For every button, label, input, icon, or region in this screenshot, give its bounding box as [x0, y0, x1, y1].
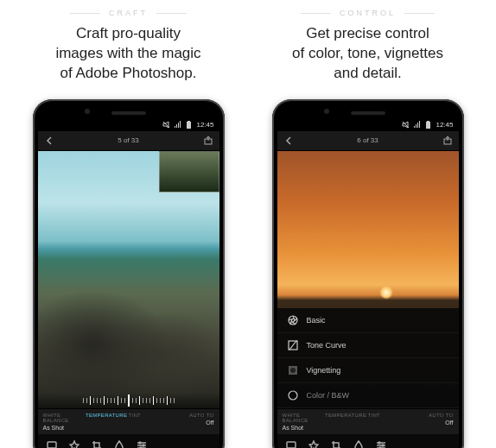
- menu-basic[interactable]: Basic: [277, 308, 459, 333]
- adjustment-slider[interactable]: [38, 393, 219, 408]
- svg-point-17: [382, 445, 384, 446]
- svg-rect-0: [187, 122, 191, 129]
- auto-tone-cell[interactable]: AUTO TO Off: [171, 413, 214, 431]
- vignette-icon: [288, 365, 298, 375]
- back-icon[interactable]: [45, 136, 54, 145]
- auto-tone-cell[interactable]: AUTO TO Off: [410, 413, 454, 431]
- phone-mockup-left: 12:45 5 of 33: [33, 99, 225, 448]
- adjust-icon[interactable]: [376, 440, 386, 448]
- speaker-grille: [111, 111, 146, 115]
- signal-icon: [174, 121, 181, 129]
- before-preview[interactable]: [159, 151, 219, 192]
- temperature-cell[interactable]: TEMPERATURE: [325, 413, 368, 431]
- back-icon[interactable]: [284, 136, 293, 145]
- edit-parameters-bar: WHITE BALANCE As Shot TEMPERATURE TINT A…: [277, 408, 459, 434]
- chat-icon[interactable]: [286, 440, 296, 448]
- color-wheel-icon: [288, 390, 298, 401]
- white-balance-cell[interactable]: WHITE BALANCE As Shot: [43, 413, 86, 431]
- bottom-toolbar: [277, 434, 459, 448]
- svg-point-14: [289, 391, 297, 400]
- white-balance-cell[interactable]: WHITE BALANCE As Shot: [283, 413, 326, 431]
- headline-craft: Craft pro-quality images with the magic …: [51, 24, 205, 84]
- svg-point-4: [139, 442, 141, 444]
- svg-point-5: [143, 445, 144, 446]
- share-icon[interactable]: [443, 136, 452, 145]
- eyebrow-craft: CRAFT: [70, 9, 187, 17]
- share-icon[interactable]: [204, 136, 213, 145]
- chat-icon[interactable]: [47, 440, 57, 448]
- edit-parameters-bar: WHITE BALANCE As Shot TEMPERATURE TINT A…: [38, 408, 219, 434]
- svg-point-16: [378, 442, 380, 444]
- adjustment-menu: Basic Tone Curve Vignetting: [277, 308, 459, 408]
- image-counter: 6 of 33: [357, 136, 378, 144]
- front-camera: [85, 109, 90, 114]
- app-bar: 5 of 33: [38, 131, 219, 151]
- star-icon[interactable]: [308, 440, 319, 448]
- svg-rect-7: [426, 122, 430, 129]
- status-time: 12:45: [196, 121, 213, 129]
- svg-rect-8: [427, 121, 429, 122]
- signal-icon: [413, 121, 421, 129]
- svg-rect-3: [48, 442, 56, 448]
- menu-color-bw[interactable]: Color / B&W: [277, 383, 459, 408]
- phone-mockup-right: 12:45 6 of 33 Basic: [272, 99, 464, 448]
- adjust-icon[interactable]: [137, 440, 147, 448]
- temperature-cell[interactable]: TEMPERATURE: [86, 413, 129, 431]
- menu-vignetting[interactable]: Vignetting: [277, 358, 459, 383]
- curve-icon: [288, 340, 298, 350]
- droplet-icon[interactable]: [353, 440, 364, 448]
- aperture-icon: [288, 315, 298, 325]
- tint-cell[interactable]: TINT: [368, 413, 411, 431]
- image-counter: 5 of 33: [118, 136, 138, 144]
- crop-icon[interactable]: [92, 440, 102, 448]
- photo-viewport[interactable]: [38, 151, 219, 408]
- mute-icon: [402, 121, 410, 129]
- status-time: 12:45: [436, 121, 453, 129]
- battery-icon: [424, 121, 432, 129]
- svg-rect-1: [188, 121, 190, 122]
- speaker-grille: [351, 111, 385, 115]
- battery-icon: [185, 121, 193, 129]
- eyebrow-control: CONTROL: [301, 9, 435, 17]
- craft-column: CRAFT Craft pro-quality images with the …: [26, 9, 231, 448]
- android-statusbar: 12:45: [277, 118, 459, 131]
- svg-rect-15: [287, 442, 296, 448]
- mute-icon: [162, 121, 170, 129]
- front-camera: [324, 109, 329, 114]
- android-statusbar: 12:45: [38, 118, 219, 131]
- menu-tone-curve[interactable]: Tone Curve: [277, 333, 459, 358]
- control-column: CONTROL Get precise control of color, to…: [265, 9, 470, 448]
- crop-icon[interactable]: [331, 440, 341, 448]
- bottom-toolbar: [38, 434, 219, 448]
- app-bar: 6 of 33: [277, 131, 459, 151]
- photo-viewport[interactable]: Basic Tone Curve Vignetting: [277, 151, 459, 408]
- tint-cell[interactable]: TINT: [129, 413, 172, 431]
- star-icon[interactable]: [69, 440, 79, 448]
- svg-point-13: [290, 368, 296, 373]
- droplet-icon[interactable]: [114, 440, 124, 448]
- headline-control: Get precise control of color, tone, vign…: [288, 24, 448, 84]
